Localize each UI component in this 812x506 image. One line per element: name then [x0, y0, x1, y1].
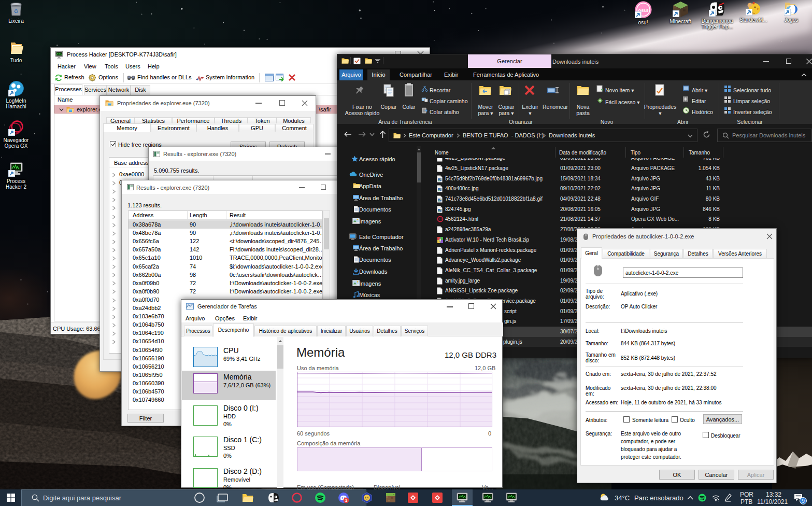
svg-text:1: 1 [345, 498, 347, 503]
svg-text:♻: ♻ [14, 8, 19, 14]
